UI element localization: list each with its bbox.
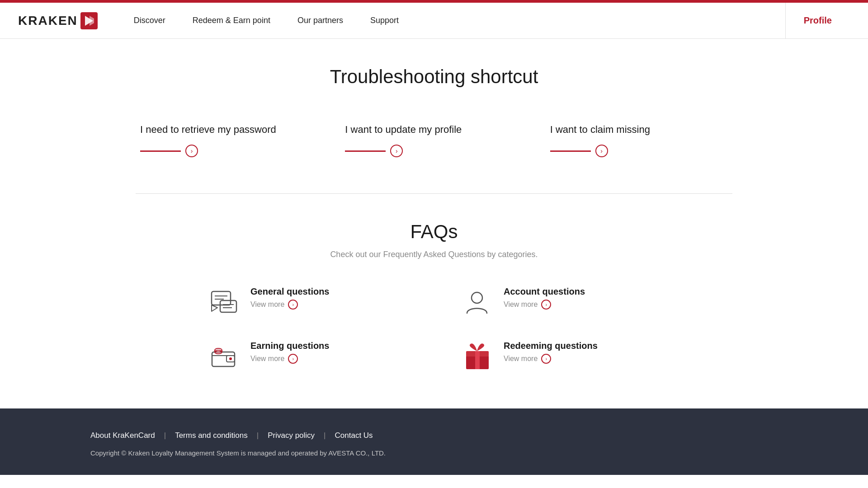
faq-earning-view-more[interactable]: View more › xyxy=(250,354,329,364)
faq-content-account: Account questions View more › xyxy=(504,286,585,310)
main-content: Troubleshooting shortcut I need to retri… xyxy=(118,39,750,372)
earning-questions-icon xyxy=(208,341,240,372)
svg-rect-7 xyxy=(220,300,236,312)
redeeming-questions-icon xyxy=(461,341,493,372)
faq-content-redeeming: Redeeming questions View more › xyxy=(504,341,598,364)
svg-rect-3 xyxy=(212,291,231,305)
footer-sep-2: | xyxy=(257,431,259,440)
nav-links: Discover Redeem & Earn point Our partner… xyxy=(134,16,785,25)
faq-item-general-title: General questions xyxy=(250,286,330,297)
shortcut-line-3 xyxy=(550,150,591,152)
shortcut-card-password: I need to retrieve my password › xyxy=(136,115,322,166)
faq-redeeming-arrow-icon: › xyxy=(541,354,551,364)
faq-account-view-more[interactable]: View more › xyxy=(504,300,585,310)
section-divider xyxy=(136,193,732,194)
shortcut-link-2[interactable]: › xyxy=(345,145,523,157)
faq-content-general: General questions View more › xyxy=(250,286,330,310)
logo-text: KRAKEN xyxy=(18,14,78,28)
shortcut-line-1 xyxy=(140,150,181,152)
faq-grid: General questions View more › Account xyxy=(208,286,660,372)
faq-item-account: Account questions View more › xyxy=(461,286,660,318)
nav-support[interactable]: Support xyxy=(370,16,399,25)
circle-arrow-3: › xyxy=(595,145,608,157)
circle-arrow-2: › xyxy=(390,145,403,157)
faq-redeeming-view-more[interactable]: View more › xyxy=(504,354,598,364)
faq-account-view-more-text: View more xyxy=(504,300,538,309)
faq-item-redeeming: Redeeming questions View more › xyxy=(461,341,660,372)
nav-discover[interactable]: Discover xyxy=(134,16,165,25)
footer-sep-3: | xyxy=(324,431,326,440)
faq-content-earning: Earning questions View more › xyxy=(250,341,329,364)
shortcut-card-1-title: I need to retrieve my password xyxy=(140,124,318,136)
nav-partners[interactable]: Our partners xyxy=(297,16,343,25)
faq-general-view-more[interactable]: View more › xyxy=(250,300,330,310)
faq-item-redeeming-title: Redeeming questions xyxy=(504,341,598,351)
shortcut-cards: I need to retrieve my password › I want … xyxy=(136,115,732,166)
logo-area[interactable]: KRAKEN xyxy=(18,12,98,29)
faq-item-account-title: Account questions xyxy=(504,286,585,297)
footer-link-about[interactable]: About KraKenCard xyxy=(90,431,155,440)
footer-link-contact[interactable]: Contact Us xyxy=(335,431,373,440)
troubleshooting-title: Troubleshooting shortcut xyxy=(136,66,732,88)
faq-earning-view-more-text: View more xyxy=(250,355,284,363)
shortcut-card-3-title: I want to claim missing xyxy=(550,124,728,136)
nav-redeem[interactable]: Redeem & Earn point xyxy=(193,16,270,25)
shortcut-line-2 xyxy=(345,150,386,152)
faqs-title: FAQs xyxy=(136,221,732,243)
svg-rect-20 xyxy=(475,351,480,369)
footer-link-terms[interactable]: Terms and conditions xyxy=(175,431,248,440)
faq-general-view-more-text: View more xyxy=(250,300,284,309)
shortcut-card-2-title: I want to update my profile xyxy=(345,124,523,136)
faqs-section: FAQs Check out our Frequently Asked Ques… xyxy=(136,221,732,372)
svg-point-10 xyxy=(472,292,482,303)
shortcut-link-1[interactable]: › xyxy=(140,145,318,157)
troubleshooting-section: Troubleshooting shortcut I need to retri… xyxy=(136,66,732,166)
faq-earning-arrow-icon: › xyxy=(288,354,298,364)
faqs-subtitle: Check out our Frequently Asked Questions… xyxy=(136,250,732,259)
faq-item-earning: Earning questions View more › xyxy=(208,341,407,372)
faq-general-arrow-icon: › xyxy=(288,300,298,310)
shortcut-card-profile: I want to update my profile › xyxy=(340,115,527,166)
footer-sep-1: | xyxy=(164,431,166,440)
footer-links: About KraKenCard | Terms and conditions … xyxy=(90,431,778,440)
circle-arrow-1: › xyxy=(185,145,198,157)
general-questions-icon xyxy=(208,286,240,318)
shortcut-card-missing: I want to claim missing › xyxy=(546,115,732,166)
kraken-logo-icon xyxy=(80,12,98,29)
faq-account-arrow-icon: › xyxy=(541,300,551,310)
profile-button[interactable]: Profile xyxy=(785,3,850,39)
footer-copyright: Copyright © Kraken Loyalty Management Sy… xyxy=(90,449,778,457)
footer-link-privacy[interactable]: Privacy policy xyxy=(268,431,315,440)
faq-item-earning-title: Earning questions xyxy=(250,341,329,351)
svg-marker-6 xyxy=(212,305,217,311)
faq-item-general: General questions View more › xyxy=(208,286,407,318)
footer: About KraKenCard | Terms and conditions … xyxy=(0,408,868,475)
svg-point-13 xyxy=(229,357,232,360)
navbar: KRAKEN Discover Redeem & Earn point Our … xyxy=(0,3,868,39)
shortcut-link-3[interactable]: › xyxy=(550,145,728,157)
faq-redeeming-view-more-text: View more xyxy=(504,355,538,363)
account-questions-icon xyxy=(461,286,493,318)
